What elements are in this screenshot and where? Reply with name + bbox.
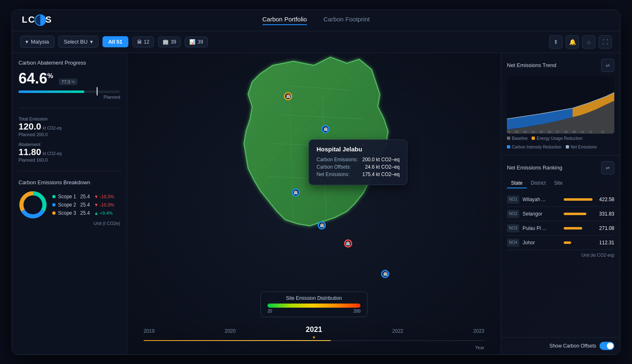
metric-abatement: Abatement 11.80 kt CO2-eq Planned 160.0 xyxy=(19,142,120,162)
tooltip-label-1: Carbon Emissions: xyxy=(316,157,358,162)
tab-carbon-portfolio[interactable]: Carbon Portfolio xyxy=(263,16,307,25)
tooltip-row-1: Carbon Emissions: 200.0 kt CO2–eq xyxy=(316,157,400,162)
select-bu-arrow: ▾ xyxy=(90,39,93,45)
svg-text:04: 04 xyxy=(532,130,535,133)
logo-text: LCS xyxy=(22,14,52,26)
metric-total-planned: Planned 200.0 xyxy=(19,132,120,137)
scope2-dot xyxy=(52,203,56,206)
toggle-label: Show Carbon Offsets xyxy=(549,343,596,349)
metric-abatement-unit: kt CO2-eq xyxy=(43,151,62,156)
rank-bar-container-3 xyxy=(564,227,592,230)
emission-legend: Site Emission Distribution 20 200 xyxy=(260,292,367,317)
breakdown-unit: Unit (t CO2e) xyxy=(19,221,120,226)
ranking-tab-site[interactable]: Site xyxy=(550,179,567,188)
alert-button[interactable]: 🔔 xyxy=(566,35,579,49)
ranking-filter-button[interactable]: ⇌ xyxy=(601,161,614,174)
rank-bar-container-2 xyxy=(564,213,592,215)
country-dropdown[interactable]: ▾ Malysia xyxy=(20,36,54,48)
stat-pill-buildings: 🏛 12 xyxy=(132,37,154,47)
legend-net: Net Emissions xyxy=(566,145,597,149)
home-button[interactable]: ⌂ xyxy=(582,35,595,49)
svg-text:03: 03 xyxy=(523,130,527,133)
logo-icon xyxy=(35,14,46,26)
legend-energy: Energy Usage Reduction xyxy=(532,136,582,141)
rank-name-1: Wilayah ... xyxy=(523,197,560,202)
svg-text:06: 06 xyxy=(548,130,551,133)
svg-text:09: 09 xyxy=(572,130,576,133)
svg-text:02: 02 xyxy=(515,130,518,133)
scope1-item: Scope 1 25.4 ▼ -10.3% xyxy=(52,194,114,199)
scope1-change: ▼ -10.3% xyxy=(94,194,114,199)
planned-badge: 77.0 % xyxy=(59,79,77,85)
legend-carbon-intensity: Carbon Intensity Reduction xyxy=(507,145,562,149)
abatement-progress-bar xyxy=(19,90,120,93)
carbon-offsets-toggle[interactable] xyxy=(599,342,614,350)
tab-carbon-footprint[interactable]: Carbon Footprint xyxy=(323,16,370,25)
scope2-item: Scope 2 25.4 ▼ -10.3% xyxy=(52,202,114,208)
trend-filter-button[interactable]: ⇌ xyxy=(601,59,614,72)
rank-no-3: NO3 xyxy=(507,224,519,232)
scope1-label: Scope 1 xyxy=(58,194,76,199)
year-2020[interactable]: 2020 xyxy=(225,328,236,334)
year-2023[interactable]: 2023 xyxy=(473,328,484,334)
ranking-section: Net Emissions Ranking ⇌ State District S… xyxy=(501,155,620,337)
meters-icon: 📊 xyxy=(189,39,195,45)
rank-bar-1 xyxy=(564,198,592,201)
country-dropdown-arrow: ▾ xyxy=(26,39,28,45)
right-panel: Net Emissions Trend ⇌ xyxy=(501,53,620,354)
tooltip-label-2: Carbon Offsets: xyxy=(316,164,351,170)
rank-name-2: Selangor xyxy=(523,211,560,217)
stat1-value: 12 xyxy=(144,39,149,45)
scope3-value: 25.4 xyxy=(80,210,90,216)
metrics-section: Total Emission 120.0 kt CO2-eq Planned 2… xyxy=(19,116,120,162)
trend-section: Net Emissions Trend ⇌ xyxy=(501,53,620,155)
ranking-tab-state[interactable]: State xyxy=(507,179,527,188)
rank-name-3: Pulau Pi ... xyxy=(523,225,560,231)
select-bu-dropdown[interactable]: Select BU ▾ xyxy=(58,36,98,48)
scope3-change: ▲ +9.4% xyxy=(94,211,112,216)
metric-abatement-planned: Planned 160.0 xyxy=(19,158,120,162)
metric-abatement-value: 11.80 xyxy=(19,147,41,158)
rank-value-1: 422.58 xyxy=(596,197,614,202)
tooltip-val-1: 200.0 kt CO2–eq xyxy=(362,157,400,162)
year-2019[interactable]: 2019 xyxy=(144,328,155,334)
svg-text:08: 08 xyxy=(564,130,567,133)
country-label: Malysia xyxy=(31,39,49,45)
rank-value-2: 331.83 xyxy=(596,211,614,217)
timeline-track[interactable] xyxy=(144,340,484,341)
abatement-section: Carbon Abatement Progress 64.6% 77.0 % P… xyxy=(19,60,120,100)
stat-pill-meters: 📊 39 xyxy=(185,37,207,47)
year-2021-active[interactable]: 2021 xyxy=(306,325,322,334)
scope2-value: 25.4 xyxy=(80,202,90,208)
ranking-tab-district[interactable]: District xyxy=(527,179,550,188)
map-area[interactable]: 🏥 🏥 🏥 🏥 🏥 xyxy=(127,53,501,354)
breakdown-title: Carbon Emissions Breakdown xyxy=(19,179,120,185)
stat3-value: 39 xyxy=(198,39,203,45)
legend-max: 200 xyxy=(353,309,360,313)
fullscreen-button[interactable]: ⛶ xyxy=(599,35,612,49)
toolbar: ▾ Malysia Select BU ▾ All 51 🏛 12 🏢 39 📊… xyxy=(12,31,620,53)
progress-bar-fill xyxy=(19,90,84,93)
ranking-header: Net Emissions Ranking ⇌ xyxy=(507,161,614,174)
timeline-bar: 2019 2020 2021 2022 2023 Year xyxy=(127,321,501,354)
energy-dot xyxy=(532,137,535,140)
breakdown-body: Scope 1 25.4 ▼ -10.3% Scope 2 25.4 ▼ -10… xyxy=(19,190,120,219)
abatement-value: 64.6% xyxy=(19,70,53,87)
abatement-title: Carbon Abatement Progress xyxy=(19,60,120,66)
scope1-value: 25.4 xyxy=(80,194,90,199)
rank-bar-3 xyxy=(564,227,582,230)
legend-title: Site Emission Distribution xyxy=(267,295,360,301)
stat-pill-sites: 🏢 39 xyxy=(158,37,181,47)
rank-value-3: 271.08 xyxy=(596,225,614,231)
rank-no-1: NO1 xyxy=(507,195,519,204)
svg-text:11: 11 xyxy=(589,130,592,133)
export-button[interactable]: ⬆ xyxy=(549,35,562,49)
year-2022[interactable]: 2022 xyxy=(392,328,403,334)
rank-no-2: NO2 xyxy=(507,210,519,218)
scope-list: Scope 1 25.4 ▼ -10.3% Scope 2 25.4 ▼ -10… xyxy=(52,194,114,216)
legend-labels: 20 200 xyxy=(267,309,360,313)
filter-all-button[interactable]: All 51 xyxy=(102,36,128,47)
ranking-unit: Unit (kt CO2-eq) xyxy=(507,253,614,257)
map-tooltip: Hospital Jelabu Carbon Emissions: 200.0 … xyxy=(309,139,407,185)
divider-1 xyxy=(19,108,120,108)
